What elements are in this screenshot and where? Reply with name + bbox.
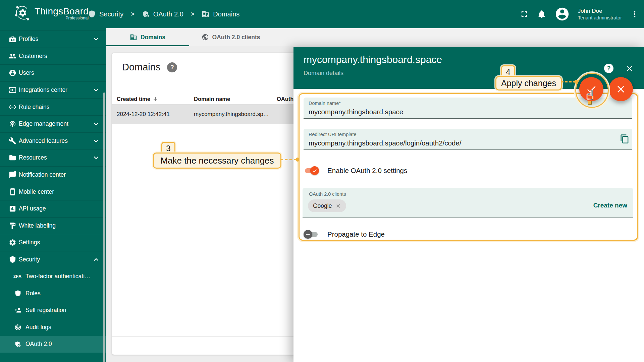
redirect-uri-field[interactable]: Redirect URI template mycompany.thingsbo… xyxy=(304,129,632,150)
breadcrumb-oauth[interactable]: OAuth 2.0 xyxy=(142,10,183,18)
shield-icon xyxy=(14,290,21,297)
copy-button[interactable] xyxy=(620,134,630,144)
domain-icon xyxy=(130,34,137,41)
sidebar-item-settings[interactable]: Settings xyxy=(0,234,106,251)
sidebar-item-label: Roles xyxy=(25,290,41,297)
topbar: ThingsBoard Professional Security > OAut… xyxy=(0,0,644,28)
sidebar-item-label: Two-factor authenticati… xyxy=(25,273,91,280)
topbar-actions: John Doe Tenant administrator xyxy=(520,0,639,28)
cursor-click-box xyxy=(588,101,592,105)
cell-created-time: 2024-12-20 12:42:41 xyxy=(117,111,170,118)
sidebar-item-white-labeling[interactable]: White labeling xyxy=(0,217,106,234)
toggle-label: Enable OAuth 2.0 settings xyxy=(327,167,407,175)
shield-person-icon xyxy=(142,10,150,18)
sidebar-item-mobile-center[interactable]: Mobile center xyxy=(0,183,106,200)
close-icon xyxy=(625,64,634,73)
user-block[interactable]: John Doe Tenant administrator xyxy=(578,7,622,21)
sort-desc-icon xyxy=(152,96,159,102)
tab-label: Domains xyxy=(141,34,165,41)
chevron-down-icon xyxy=(92,119,101,128)
sidebar-item-label: Edge management xyxy=(19,120,68,127)
field-value: mycompany.thingsboard.space xyxy=(309,108,627,116)
topbar-menu-button[interactable] xyxy=(630,9,639,19)
thingsboard-logo[interactable]: ThingsBoard Professional xyxy=(14,4,89,22)
sidebar-item-label: Resources xyxy=(19,154,47,161)
sidebar-item-resources[interactable]: Resources xyxy=(0,149,106,166)
sidebar-item-users[interactable]: Users xyxy=(0,64,106,81)
tab-oauth-clients[interactable]: OAuth 2.0 clients xyxy=(189,28,272,46)
oauth-clients-field: OAuth 2.0 clients Google Create new xyxy=(303,188,633,218)
sidebar-item-audit-logs[interactable]: Audit logs xyxy=(0,319,106,336)
chip-label: Google xyxy=(313,202,332,209)
column-header-oauth-clients[interactable]: OAuth xyxy=(277,96,293,102)
sidebar-item-security[interactable]: Security xyxy=(0,251,106,268)
sidebar-item-oauth2[interactable]: OAuth 2.0 xyxy=(0,336,106,353)
sidebar-item-rule-chains[interactable]: Rule chains xyxy=(0,98,106,115)
sidebar-item-label: White labeling xyxy=(19,222,56,229)
column-header-created-time[interactable]: Created time xyxy=(117,96,159,102)
person-circle-icon xyxy=(9,69,16,77)
sidebar-item-advanced-features[interactable]: Advanced features xyxy=(0,132,106,149)
sidebar-item-label: Rule chains xyxy=(19,104,49,111)
sidebar-item-edge-management[interactable]: Edge management xyxy=(0,115,106,132)
breadcrumb-separator: > xyxy=(131,11,135,18)
tab-label: OAuth 2.0 clients xyxy=(212,34,260,41)
domain-icon xyxy=(202,10,210,18)
breadcrumb-domains[interactable]: Domains xyxy=(202,10,239,18)
cancel-changes-button[interactable] xyxy=(609,77,633,101)
create-new-link[interactable]: Create new xyxy=(593,202,627,209)
propagate-to-edge-toggle[interactable] xyxy=(304,230,318,239)
chevron-down-icon xyxy=(92,85,101,95)
sidebar-item-label: Self registration xyxy=(25,307,66,314)
sidebar-item-customers[interactable]: Customers xyxy=(0,48,106,65)
sidebar-item-api-usage[interactable]: API usage xyxy=(0,200,106,217)
enable-oauth-toggle[interactable] xyxy=(304,166,318,175)
chevron-down-icon xyxy=(92,153,101,162)
domain-name-field[interactable]: Domain name* mycompany.thingsboard.space xyxy=(304,98,632,119)
thingsboard-logo-icon xyxy=(14,4,32,22)
track-changes-icon xyxy=(14,324,21,331)
apply-changes-button[interactable] xyxy=(579,77,603,101)
fullscreen-button[interactable] xyxy=(520,9,529,19)
help-icon[interactable]: ? xyxy=(604,64,613,73)
message-icon xyxy=(9,171,16,179)
sidebar-scrollbar[interactable] xyxy=(103,93,105,362)
sidebar-item-label: Security xyxy=(19,256,40,263)
sidebar-item-label: Profiles xyxy=(19,36,38,43)
close-drawer-button[interactable] xyxy=(625,64,634,73)
sidebar-item-roles[interactable]: Roles xyxy=(0,285,106,302)
sidebar-item-notification-center[interactable]: Notification center xyxy=(0,166,106,183)
step-4-callout: Apply changes xyxy=(495,76,562,90)
avatar[interactable] xyxy=(554,6,570,22)
sidebar: Profiles Customers Users Integrations ce… xyxy=(0,28,106,362)
chip-remove-icon[interactable] xyxy=(335,203,341,209)
breadcrumb-label: OAuth 2.0 xyxy=(153,10,183,18)
sidebar-item-label: Settings xyxy=(19,239,40,246)
breadcrumb-security[interactable]: Security xyxy=(88,10,123,18)
client-chip-google[interactable]: Google xyxy=(308,199,346,212)
badge-icon xyxy=(9,35,16,43)
user-name: John Doe xyxy=(578,7,622,15)
drawer-title: mycompany.thingsboard.space xyxy=(304,54,442,65)
sidebar-item-profiles[interactable]: Profiles xyxy=(0,31,106,48)
field-label: Domain name* xyxy=(309,101,627,106)
check-icon xyxy=(586,83,597,95)
logo-text: ThingsBoard Professional xyxy=(35,6,89,20)
step-3-callout: Make the necessary changes xyxy=(153,153,281,169)
sidebar-item-integrations-center[interactable]: Integrations center xyxy=(0,81,106,99)
tab-domains[interactable]: Domains xyxy=(106,28,189,46)
column-header-domain-name[interactable]: Domain name xyxy=(194,96,230,102)
sidebar-item-label: Mobile center xyxy=(19,188,54,195)
notifications-button[interactable] xyxy=(537,9,546,19)
bar-chart-icon xyxy=(9,205,16,213)
gear-icon xyxy=(9,239,16,246)
breadcrumb-label: Domains xyxy=(213,10,239,18)
shield-icon xyxy=(88,10,96,18)
help-icon[interactable]: ? xyxy=(167,62,177,72)
sidebar-item-self-registration[interactable]: Self registration xyxy=(0,302,106,319)
breadcrumb-separator: > xyxy=(191,11,195,18)
breadcrumb-label: Security xyxy=(99,10,123,18)
sidebar-item-two-factor-authentication[interactable]: 2FA Two-factor authenticati… xyxy=(0,268,106,285)
page-title: Domains xyxy=(122,62,160,73)
field-value: mycompany.thingsboard.space/login/oauth2… xyxy=(309,139,627,147)
